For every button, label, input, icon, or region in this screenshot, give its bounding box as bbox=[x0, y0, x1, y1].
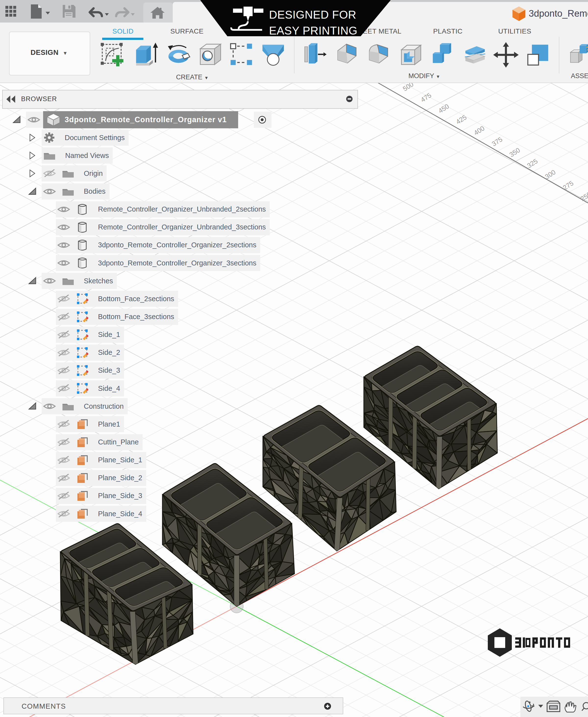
svg-text:DESIGNED FOR: DESIGNED FOR bbox=[269, 8, 356, 21]
svg-text:EASY PRINTING: EASY PRINTING bbox=[269, 24, 357, 37]
